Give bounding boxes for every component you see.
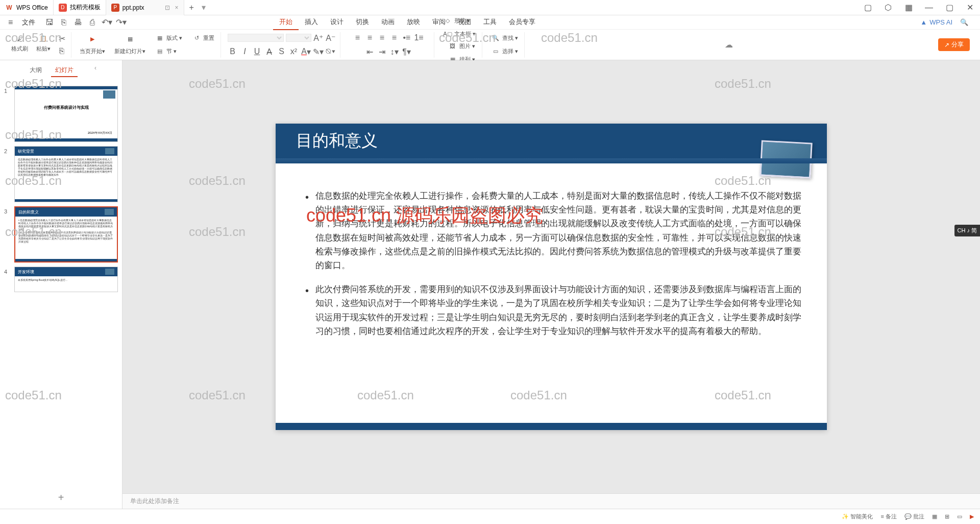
menu-tab-member[interactable]: 会员专享 bbox=[503, 15, 542, 30]
bullets-icon[interactable]: ⦁≡ bbox=[402, 33, 412, 43]
shape-button[interactable]: ◇形状▾ bbox=[440, 14, 478, 27]
undo-icon[interactable]: ↶▾ bbox=[102, 17, 112, 28]
highlight-icon[interactable]: ✎▾ bbox=[313, 46, 324, 57]
bullet-2[interactable]: 此次付费问答系统的开发，需要用到的知识不仅涉及到界面设计与功能设计方面的知识，还… bbox=[301, 282, 801, 338]
text-dir-icon[interactable]: ¶▾ bbox=[402, 46, 412, 57]
tab-ppt[interactable]: P ppt.pptx ⊡ × bbox=[106, 0, 184, 15]
statusbar: ✨ 智能美化 ≡ 备注 💬 批注 ▦ ⊞ ▭ ▶ bbox=[0, 509, 980, 524]
search-icon[interactable]: 🔍 bbox=[960, 18, 968, 26]
clear-format-icon[interactable]: ⦰▾ bbox=[326, 46, 336, 57]
collapse-icon[interactable]: ‹ bbox=[94, 64, 96, 77]
indent-dec-icon[interactable]: ⇤ bbox=[365, 46, 375, 57]
align-justify-icon[interactable]: ≡ bbox=[389, 33, 400, 43]
notes-button[interactable]: ≡ 备注 bbox=[880, 513, 896, 520]
cut-icon[interactable]: ✂ bbox=[57, 34, 67, 44]
italic-icon[interactable]: I bbox=[240, 46, 250, 57]
win-btn-1[interactable]: ▢ bbox=[857, 0, 878, 15]
from-current-button[interactable]: ▶当页开始▾ bbox=[78, 32, 107, 58]
current-slide[interactable]: 目的和意义 信息数据的处理完全依赖人工进行操作，会耗费大量的人工成本，特别是面对… bbox=[276, 124, 827, 430]
font-color-icon[interactable]: A▾ bbox=[301, 46, 311, 57]
underline-icon[interactable]: U bbox=[252, 46, 262, 57]
size-select[interactable] bbox=[286, 34, 311, 42]
tab-wps-office[interactable]: W WPS Office bbox=[0, 0, 54, 15]
superscript-icon[interactable]: x² bbox=[289, 46, 299, 57]
thumb-4[interactable]: 4 开发环境 本系统采用Spring Boot技术与MySQL进行... bbox=[0, 265, 122, 294]
bold-icon[interactable]: B bbox=[228, 46, 238, 57]
reset-button[interactable]: ↺重置 bbox=[189, 32, 216, 44]
close-icon[interactable]: × bbox=[175, 4, 179, 11]
share-button[interactable]: ↗分享 bbox=[938, 38, 970, 51]
line-spacing-icon[interactable]: ↕▾ bbox=[389, 46, 400, 57]
outline-tab[interactable]: 大纲 bbox=[26, 64, 46, 77]
tab-dropdown-icon[interactable]: ▾ bbox=[202, 3, 206, 12]
slide-title[interactable]: 目的和意义 bbox=[296, 130, 378, 152]
print-icon[interactable]: 🖶 bbox=[73, 17, 83, 28]
copy-icon[interactable]: ⎘ bbox=[57, 46, 67, 56]
thumb-2[interactable]: 2 研究背景 信息数据处理依赖人工操作会耗费大量人工成本特别是面对大量数据信息时… bbox=[0, 144, 122, 204]
strike2-icon[interactable]: S bbox=[277, 46, 287, 57]
strike-icon[interactable]: A̶ bbox=[264, 46, 275, 57]
menu-tab-slideshow[interactable]: 放映 bbox=[401, 15, 426, 30]
add-tab-button[interactable]: + bbox=[184, 3, 199, 12]
select-button[interactable]: ▭选择▾ bbox=[488, 45, 520, 58]
preview-icon[interactable]: ⎙ bbox=[87, 17, 97, 28]
file-menu[interactable]: 文件 bbox=[17, 18, 40, 27]
font-select[interactable] bbox=[228, 34, 284, 42]
view-reading-icon[interactable]: ▭ bbox=[957, 513, 962, 520]
slide-border-bottom bbox=[276, 423, 827, 430]
notes-bar[interactable]: 单击此处添加备注 bbox=[122, 493, 980, 509]
minimize-button[interactable]: — bbox=[919, 0, 939, 15]
win-btn-3[interactable]: ▦ bbox=[898, 0, 919, 15]
format-painter-button[interactable]: 🖌格式刷 bbox=[9, 34, 30, 56]
new-slide-button[interactable]: ▦新建幻灯片▾ bbox=[112, 32, 148, 58]
thumb-1[interactable]: 1 付费问答系统设计与实现 202X年XX月XX日 bbox=[0, 84, 122, 144]
menu-tab-start[interactable]: 开始 bbox=[273, 15, 299, 30]
paste-button[interactable]: 📋粘贴▾ bbox=[34, 34, 53, 56]
titlebar: W WPS Office D 找稻壳模板 P ppt.pptx ⊡ × + ▾ … bbox=[0, 0, 980, 15]
maximize-button[interactable]: ▢ bbox=[939, 0, 960, 15]
menu-tab-transition[interactable]: 切换 bbox=[350, 15, 375, 30]
smart-beauty-button[interactable]: ✨ 智能美化 bbox=[842, 513, 873, 520]
thumbnail-list[interactable]: 1 付费问答系统设计与实现 202X年XX月XX日 2 研究背景 信息数据处理依… bbox=[0, 81, 122, 487]
save-icon[interactable]: 🖫 bbox=[44, 17, 55, 28]
layout-icon: ▦ bbox=[155, 33, 165, 43]
textbox-button[interactable]: A▢文本框▾ bbox=[440, 28, 478, 40]
section-button[interactable]: ▤节▾ bbox=[153, 45, 184, 58]
bullet-1[interactable]: 信息数据的处理完全依赖人工进行操作，会耗费大量的人工成本，特别是面对大量的数据信… bbox=[301, 189, 801, 272]
slides-tab[interactable]: 幻灯片 bbox=[51, 64, 78, 77]
window-controls: ▢ ⬡ ▦ — ▢ ✕ bbox=[857, 0, 980, 15]
ime-badge[interactable]: CH ♪ 简 bbox=[954, 225, 981, 236]
redo-icon[interactable]: ↷▾ bbox=[116, 17, 126, 28]
numbering-icon[interactable]: 1≡ bbox=[414, 33, 424, 43]
add-slide-button[interactable]: + bbox=[0, 487, 122, 509]
win-btn-2[interactable]: ⬡ bbox=[878, 0, 898, 15]
menu-tab-insert[interactable]: 插入 bbox=[299, 15, 324, 30]
cloud-icon[interactable]: ☁ bbox=[725, 40, 733, 50]
hamburger-icon[interactable]: ≡ bbox=[4, 18, 17, 27]
slide-canvas[interactable]: 目的和意义 信息数据的处理完全依赖人工进行操作，会耗费大量的人工成本，特别是面对… bbox=[122, 60, 980, 493]
align-left-icon[interactable]: ≡ bbox=[353, 33, 363, 43]
view-sorter-icon[interactable]: ⊞ bbox=[945, 513, 949, 520]
align-right-icon[interactable]: ≡ bbox=[377, 33, 387, 43]
view-normal-icon[interactable]: ▦ bbox=[932, 513, 937, 520]
align-center-icon[interactable]: ≡ bbox=[365, 33, 375, 43]
slide-content[interactable]: 信息数据的处理完全依赖人工进行操作，会耗费大量的人工成本，特别是面对大量的数据信… bbox=[276, 158, 827, 364]
tab-template[interactable]: D 找稻壳模板 bbox=[54, 0, 106, 15]
export-icon[interactable]: ⎘ bbox=[59, 17, 69, 28]
tab-menu-icon[interactable]: ⊡ bbox=[165, 4, 170, 11]
indent-inc-icon[interactable]: ⇥ bbox=[377, 46, 387, 57]
comments-button[interactable]: 💬 批注 bbox=[904, 513, 924, 520]
wps-ai-button[interactable]: ▲ WPS AI 🔍 bbox=[913, 18, 976, 26]
view-slideshow-icon[interactable]: ▶ bbox=[970, 513, 974, 520]
menu-tab-design[interactable]: 设计 bbox=[324, 15, 350, 30]
increase-font-icon[interactable]: A⁺ bbox=[313, 33, 324, 43]
tab-label: 找稻壳模板 bbox=[70, 3, 101, 12]
layout-button[interactable]: ▦版式▾ bbox=[153, 32, 184, 44]
image-button[interactable]: 🖼图片▾ bbox=[446, 40, 477, 52]
menu-tab-tools[interactable]: 工具 bbox=[477, 15, 503, 30]
thumb-3[interactable]: 3 目的和意义 • 信息数据处理完全依赖人工进行操作会耗费大量人工成本特别是面对… bbox=[0, 204, 122, 265]
find-button[interactable]: 🔍查找▾ bbox=[488, 32, 520, 44]
menu-tab-animation[interactable]: 动画 bbox=[375, 15, 401, 30]
decrease-font-icon[interactable]: A⁻ bbox=[326, 33, 336, 43]
close-button[interactable]: ✕ bbox=[960, 0, 980, 15]
